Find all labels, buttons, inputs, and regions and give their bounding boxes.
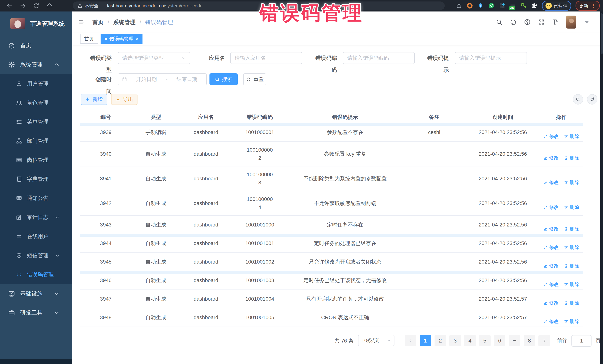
page-scrollbar[interactable] [600, 11, 603, 364]
browser-home-icon[interactable] [46, 3, 53, 9]
error-code-input[interactable] [343, 55, 414, 61]
browser-forward-icon[interactable] [20, 3, 26, 9]
error-hint-input[interactable] [455, 55, 527, 61]
delete-link[interactable]: 删除 [564, 203, 579, 211]
delete-link[interactable]: 删除 [564, 299, 579, 307]
page-size-select[interactable]: 10条/页 [358, 335, 394, 346]
extension-blue-icon[interactable] [477, 3, 484, 9]
page-size-chevron-icon [387, 338, 391, 343]
page-button[interactable]: 5 [479, 335, 491, 346]
sidebar-item[interactable]: 系统管理 [0, 55, 72, 74]
sidebar-item[interactable]: 基础设施 [0, 284, 72, 303]
tag-home[interactable]: 首页 [80, 34, 98, 44]
sidebar-item[interactable]: 部门管理 [0, 132, 72, 151]
sidebar-item[interactable]: 岗位管理 [0, 151, 72, 170]
header-search-icon[interactable] [496, 19, 502, 25]
refresh-table-button[interactable] [587, 94, 597, 105]
search-button[interactable]: 搜索 [209, 73, 238, 85]
page-button[interactable]: 6 [494, 335, 505, 346]
error-type-select[interactable]: 请选择错误码类型 [118, 52, 190, 64]
delete-link[interactable]: 删除 [564, 262, 579, 270]
tag-close-icon[interactable]: × [136, 36, 139, 41]
table-cell: dashboard [180, 295, 232, 303]
browser-reload-icon[interactable] [33, 3, 39, 9]
delete-link[interactable]: 删除 [564, 244, 579, 251]
extension-orange-icon[interactable] [467, 3, 473, 9]
browser-menu-dots-icon[interactable]: ⋮ [591, 3, 596, 9]
scrollbar-thumb[interactable] [601, 13, 603, 54]
page-button[interactable]: 3 [449, 335, 461, 346]
sidebar-logo-row[interactable]: 芋道管理系统 [0, 11, 72, 36]
not-secure-icon [78, 3, 82, 8]
delete-link[interactable]: 删除 [564, 281, 579, 288]
table-cell: dashboard [180, 175, 232, 183]
online-user-icon [16, 233, 22, 240]
edit-link[interactable]: 修改 [543, 318, 559, 325]
edit-link[interactable]: 修改 [543, 179, 559, 186]
sidebar-item[interactable]: 错误码管理 [0, 265, 72, 284]
breadcrumb-system[interactable]: 系统管理 [113, 19, 135, 26]
edit-link[interactable]: 修改 [543, 281, 559, 288]
goto-label: 前往 [557, 335, 567, 347]
sidebar-item[interactable]: 菜单管理 [0, 112, 72, 132]
add-button[interactable]: 新增 [81, 94, 107, 105]
extension-key-icon[interactable] [521, 3, 527, 9]
extension-green-check-icon[interactable] [488, 3, 494, 9]
delete-link[interactable]: 删除 [564, 225, 579, 232]
page-button[interactable]: 2 [435, 335, 446, 346]
sidebar-item[interactable]: 角色管理 [0, 93, 72, 112]
extension-diamond-icon[interactable] [499, 3, 505, 9]
font-size-icon[interactable] [552, 19, 559, 25]
edit-link[interactable]: 修改 [543, 299, 559, 307]
more-pages-button[interactable]: ••• [509, 335, 520, 346]
tag-error-code[interactable]: 错误码管理 × [101, 34, 142, 44]
sidebar-item[interactable]: 研发工具 [0, 303, 72, 322]
bookmark-star-icon[interactable] [456, 3, 462, 9]
date-range-picker[interactable]: 开始日期 - 结束日期 [118, 73, 207, 85]
app-name-input[interactable] [231, 55, 302, 61]
extensions-puzzle-icon[interactable] [531, 3, 537, 9]
help-icon[interactable] [524, 19, 531, 25]
hamburger-icon[interactable] [78, 19, 85, 25]
edit-link[interactable]: 修改 [543, 244, 559, 251]
prev-page-button[interactable] [405, 335, 416, 346]
edit-link[interactable]: 修改 [543, 225, 559, 232]
page-button[interactable]: 1 [420, 335, 431, 346]
edit-link[interactable]: 修改 [543, 154, 559, 162]
browser-profile-chip[interactable]: 已暂停 [542, 1, 571, 11]
address-bar[interactable]: 不安全 dashboard.yudao.iocoder.cn/system/er… [73, 1, 445, 10]
extension-list-icon[interactable]: on [510, 3, 516, 9]
export-button[interactable]: 导出 [111, 94, 138, 105]
avatar-caret-icon[interactable] [585, 21, 589, 23]
toggle-search-button[interactable] [573, 94, 583, 105]
next-page-button[interactable] [538, 335, 550, 346]
reset-button[interactable]: 重置 [243, 73, 266, 85]
fullscreen-icon[interactable] [538, 19, 545, 25]
delete-link[interactable]: 删除 [564, 318, 579, 325]
sidebar-collapse-bar[interactable] [0, 359, 72, 364]
goto-page-input[interactable] [571, 335, 591, 347]
sidebar-item[interactable]: 短信管理 [0, 246, 72, 265]
sidebar-item[interactable]: 首页 [0, 36, 72, 55]
github-icon[interactable] [510, 19, 517, 25]
page-button[interactable]: 4 [464, 335, 476, 346]
row-highlight-band [80, 271, 583, 274]
breadcrumb-home[interactable]: 首页 [93, 19, 104, 26]
page-button[interactable]: 8 [524, 335, 535, 346]
edit-link[interactable]: 修改 [543, 133, 559, 140]
user-avatar[interactable] [566, 16, 576, 29]
delete-link[interactable]: 删除 [564, 133, 579, 140]
edit-link[interactable]: 修改 [543, 203, 559, 211]
sidebar-item[interactable]: 在线用户 [0, 227, 72, 246]
browser-back-icon[interactable] [6, 3, 13, 9]
sidebar-item[interactable]: 用户管理 [0, 74, 72, 93]
browser-update-button[interactable]: 更新 ⋮ [576, 1, 600, 11]
delete-link[interactable]: 删除 [564, 179, 579, 186]
app-title: 芋道管理系统 [30, 20, 65, 28]
edit-link[interactable]: 修改 [543, 262, 559, 270]
delete-link[interactable]: 删除 [564, 154, 579, 162]
table-cell-operations: 修改 删除 [540, 196, 583, 211]
sidebar-item[interactable]: 通知公告 [0, 189, 72, 208]
sidebar-item[interactable]: 字典管理 [0, 170, 72, 189]
sidebar-item[interactable]: 审计日志 [0, 208, 72, 227]
